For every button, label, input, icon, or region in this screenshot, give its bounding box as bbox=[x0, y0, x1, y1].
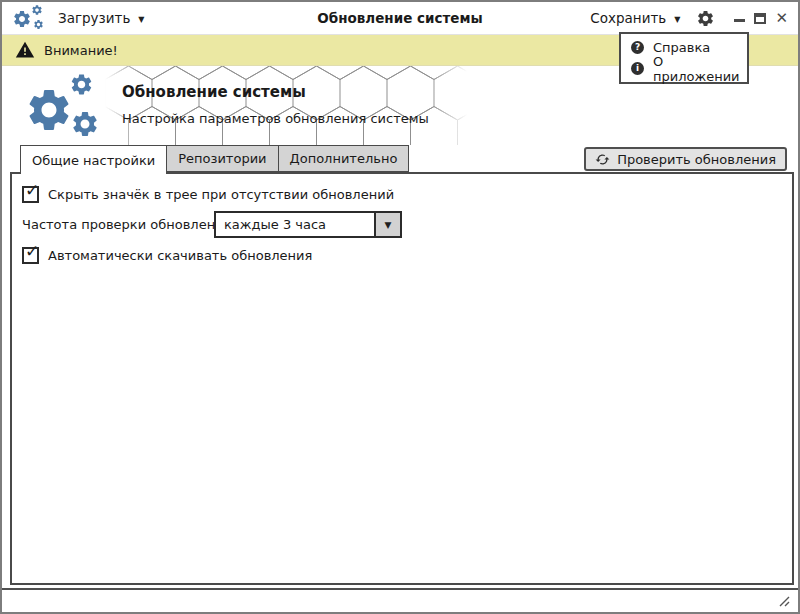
menu-item-about[interactable]: i О приложении bbox=[621, 58, 747, 79]
header-gears-icon bbox=[24, 72, 102, 140]
check-updates-label: Проверить обновления bbox=[617, 152, 776, 167]
tab-label: Дополнительно bbox=[290, 151, 398, 166]
app-gears-icon bbox=[12, 4, 50, 32]
save-menu-label: Сохранить bbox=[590, 10, 666, 26]
frequency-row: Частота проверки обновлений bbox=[22, 217, 232, 232]
tab-label: Общие настройки bbox=[32, 153, 155, 168]
chevron-down-icon: ▼ bbox=[385, 220, 392, 230]
maximize-button[interactable] bbox=[754, 13, 766, 24]
load-menu-label: Загрузить bbox=[58, 10, 130, 26]
tab-additional[interactable]: Дополнительно bbox=[279, 145, 410, 172]
help-icon: ? bbox=[631, 41, 644, 54]
warning-text: Внимание! bbox=[44, 43, 118, 58]
minimize-button[interactable] bbox=[734, 19, 745, 22]
frequency-select[interactable]: каждые 3 часа ▼ bbox=[214, 211, 402, 238]
title-bar: Загрузить ▼ Обновление системы Сохранить… bbox=[2, 2, 798, 34]
titlebar-right-group: Сохранить ▼ ✕ bbox=[590, 2, 788, 34]
hide-tray-label: Скрыть значёк в трее при отсутствии обно… bbox=[48, 187, 394, 202]
chevron-down-icon: ▼ bbox=[138, 13, 144, 24]
check-icon: ✓ bbox=[25, 180, 39, 200]
status-bar bbox=[2, 590, 798, 612]
header-subtitle: Настройка параметров обновления системы bbox=[122, 111, 429, 126]
refresh-icon bbox=[595, 152, 610, 167]
app-window: Загрузить ▼ Обновление системы Сохранить… bbox=[0, 0, 800, 614]
save-menu-button[interactable]: Сохранить ▼ bbox=[590, 2, 680, 34]
tab-repositories[interactable]: Репозитории bbox=[167, 145, 278, 172]
hide-tray-option[interactable]: ✓ Скрыть значёк в трее при отсутствии об… bbox=[22, 186, 394, 203]
frequency-value: каждые 3 часа bbox=[216, 213, 374, 236]
check-icon: ✓ bbox=[25, 241, 39, 261]
general-settings-panel: ✓ Скрыть значёк в трее при отсутствии об… bbox=[10, 172, 794, 585]
hide-tray-checkbox[interactable]: ✓ bbox=[22, 186, 39, 203]
frequency-label: Частота проверки обновлений bbox=[22, 217, 232, 232]
gear-icon bbox=[696, 9, 715, 28]
info-icon: i bbox=[631, 62, 644, 75]
settings-gear-button[interactable] bbox=[695, 8, 715, 28]
check-updates-button[interactable]: Проверить обновления bbox=[584, 147, 787, 171]
select-arrow-button[interactable]: ▼ bbox=[374, 213, 400, 236]
help-dropdown-menu: ? Справка i О приложении bbox=[619, 32, 749, 84]
header-title: Обновление системы bbox=[122, 83, 306, 101]
auto-download-label: Автоматически скачивать обновления bbox=[48, 248, 312, 263]
tab-label: Репозитории bbox=[178, 151, 266, 166]
window-controls: ✕ bbox=[734, 11, 788, 26]
close-button[interactable]: ✕ bbox=[775, 11, 788, 26]
menu-item-about-label: О приложении bbox=[653, 54, 740, 84]
load-menu-button[interactable]: Загрузить ▼ bbox=[58, 2, 145, 34]
tab-bar: Общие настройки Репозитории Дополнительн… bbox=[20, 145, 409, 174]
tab-general-settings[interactable]: Общие настройки bbox=[20, 145, 167, 174]
chevron-down-icon: ▼ bbox=[674, 13, 680, 24]
hexagon-pattern bbox=[105, 66, 467, 145]
auto-download-option[interactable]: ✓ Автоматически скачивать обновления bbox=[22, 247, 312, 264]
auto-download-checkbox[interactable]: ✓ bbox=[22, 247, 39, 264]
resize-grip[interactable] bbox=[776, 594, 793, 609]
warning-triangle-icon bbox=[15, 40, 35, 60]
